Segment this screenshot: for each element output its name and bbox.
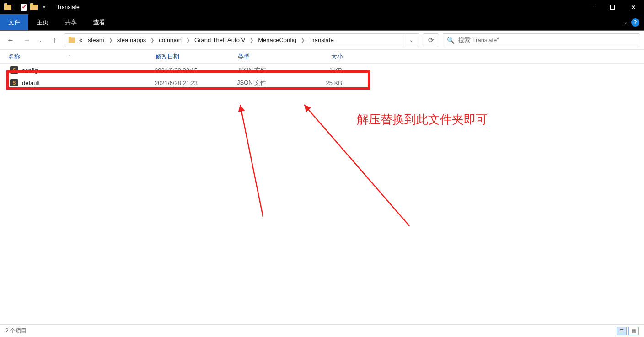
view-details-button[interactable]: ☰ xyxy=(617,327,627,335)
chevron-right-icon[interactable]: ❯ xyxy=(185,37,191,43)
address-dropdown-icon[interactable]: ⌄ xyxy=(406,34,416,47)
chevron-right-icon[interactable]: ❯ xyxy=(108,37,113,43)
breadcrumb-item[interactable]: steam xyxy=(86,36,106,44)
close-button[interactable]: ✕ xyxy=(623,0,644,14)
chevron-right-icon[interactable]: ❯ xyxy=(300,37,306,43)
breadcrumb-item[interactable]: Translate xyxy=(307,36,336,44)
search-icon: 🔍 xyxy=(447,37,455,44)
folder-icon xyxy=(68,37,75,43)
tab-view[interactable]: 查看 xyxy=(85,14,113,30)
ribbon-collapse-icon[interactable]: ⌄ xyxy=(624,20,628,25)
tab-home[interactable]: 主页 xyxy=(28,14,57,30)
breadcrumb-item[interactable]: steamapps xyxy=(115,36,148,44)
address-bar[interactable]: « steam ❯ steamapps ❯ common ❯ Grand The… xyxy=(65,33,419,47)
file-date: 2021/6/28 21:23 xyxy=(155,80,237,86)
properties-icon[interactable]: ✔ xyxy=(19,2,29,12)
quick-access-toolbar: ✔ ▾ xyxy=(0,2,55,12)
status-bar: 2 个项目 ☰ ▦ xyxy=(0,324,644,337)
folder-icon[interactable] xyxy=(29,2,39,12)
separator xyxy=(52,4,52,11)
file-list: 名称 ˄ 修改日期 类型 大小 S config 2021/6/28 23:15… xyxy=(0,50,644,89)
separator xyxy=(16,4,16,11)
breadcrumb-ellipsis[interactable]: « xyxy=(77,36,84,44)
file-row[interactable]: S default 2021/6/28 21:23 JSON 文件 25 KB xyxy=(0,76,644,89)
file-name: config xyxy=(22,67,155,74)
breadcrumb-item[interactable]: common xyxy=(157,36,183,44)
file-type: JSON 文件 xyxy=(237,79,306,87)
forward-button[interactable]: → xyxy=(21,34,33,46)
status-item-count: 2 个项目 xyxy=(5,327,27,335)
file-icon: S xyxy=(10,79,18,86)
recent-locations-button[interactable]: ⌄ xyxy=(38,34,44,46)
annotation-text: 解压替换到此文件夹即可 xyxy=(357,112,488,128)
content-area: 名称 ˄ 修改日期 类型 大小 S config 2021/6/28 23:15… xyxy=(0,50,644,324)
window-title: Translate xyxy=(57,4,80,11)
column-header-type[interactable]: 类型 xyxy=(238,53,250,60)
file-row[interactable]: S config 2021/6/28 23:15 JSON 文件 1 KB xyxy=(0,64,644,76)
file-size: 1 KB xyxy=(306,67,351,74)
breadcrumb-item[interactable]: Grand Theft Auto V xyxy=(193,36,247,44)
search-box[interactable]: 🔍 xyxy=(443,33,639,47)
titlebar: ✔ ▾ Translate ✕ xyxy=(0,0,644,14)
qat-dropdown-icon[interactable]: ▾ xyxy=(39,2,49,12)
column-header-date[interactable]: 修改日期 xyxy=(156,53,179,60)
ribbon-tabs: 文件 主页 共享 查看 ⌄ ? xyxy=(0,14,644,31)
folder-icon[interactable] xyxy=(3,2,13,12)
up-button[interactable]: ↑ xyxy=(48,34,60,46)
file-size: 25 KB xyxy=(306,80,351,86)
column-headers: 名称 ˄ 修改日期 类型 大小 xyxy=(0,50,644,64)
chevron-right-icon[interactable]: ❯ xyxy=(150,37,155,43)
breadcrumb-item[interactable]: MenaceConfig xyxy=(256,36,298,44)
column-header-size[interactable]: 大小 xyxy=(331,53,343,60)
sort-indicator-icon: ˄ xyxy=(69,54,71,59)
file-type: JSON 文件 xyxy=(237,66,306,74)
minimize-button[interactable] xyxy=(581,0,602,14)
file-date: 2021/6/28 23:15 xyxy=(155,67,237,74)
file-icon: S xyxy=(10,66,18,74)
maximize-button[interactable] xyxy=(602,0,623,14)
tab-file[interactable]: 文件 xyxy=(0,14,28,30)
svg-line-0 xyxy=(240,105,263,217)
file-name: default xyxy=(22,80,155,86)
view-large-icons-button[interactable]: ▦ xyxy=(628,327,639,335)
search-input[interactable] xyxy=(458,37,635,43)
navigation-bar: ← → ⌄ ↑ « steam ❯ steamapps ❯ common ❯ G… xyxy=(0,31,644,50)
refresh-button[interactable]: ⟳ xyxy=(424,33,438,47)
window-controls: ✕ xyxy=(581,0,644,14)
chevron-right-icon[interactable]: ❯ xyxy=(249,37,254,43)
help-icon[interactable]: ? xyxy=(631,18,639,27)
back-button[interactable]: ← xyxy=(5,34,16,46)
annotation-arrows xyxy=(0,50,644,324)
tab-share[interactable]: 共享 xyxy=(57,14,85,30)
column-header-name[interactable]: 名称 xyxy=(8,53,20,61)
